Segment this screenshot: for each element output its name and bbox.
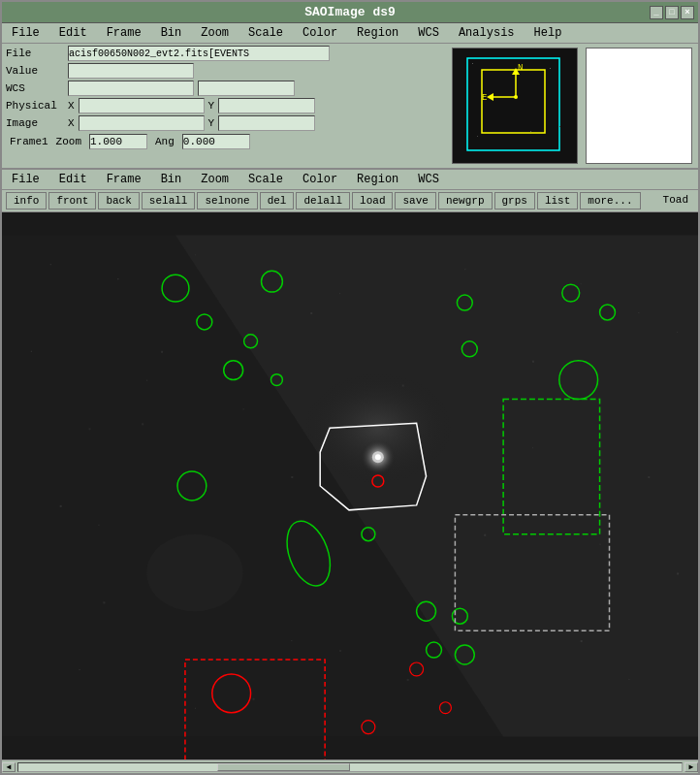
menu-bar-2: File Edit Frame Bin Zoom Scale Color Reg… — [2, 169, 698, 190]
selall-button[interactable]: selall — [142, 192, 196, 210]
menu-bar-1: File Edit Frame Bin Zoom Scale Color Reg… — [2, 23, 698, 44]
zoom-label: Zoom — [56, 136, 81, 147]
close-button[interactable]: × — [681, 6, 694, 19]
menu-edit-2[interactable]: Edit — [53, 172, 93, 187]
frame-label: Frame1 — [10, 136, 48, 147]
save-button[interactable]: save — [395, 192, 435, 210]
menu-zoom-2[interactable]: Zoom — [195, 172, 235, 187]
svg-rect-35 — [195, 708, 196, 709]
svg-rect-12 — [530, 131, 531, 132]
svg-rect-73 — [648, 476, 650, 478]
scroll-thumb[interactable] — [217, 763, 350, 771]
front-button[interactable]: front — [48, 192, 96, 210]
menu-scale-1[interactable]: Scale — [242, 25, 289, 41]
menu-bin-1[interactable]: Bin — [155, 25, 188, 41]
svg-rect-10 — [472, 63, 473, 64]
image-label: Image — [6, 117, 64, 129]
menu-edit-1[interactable]: Edit — [53, 25, 93, 41]
menu-frame-2[interactable]: Frame — [101, 172, 147, 187]
value-input[interactable] — [68, 63, 194, 79]
main-window: SAOImage ds9 _ □ × File Edit Frame Bin Z… — [0, 0, 700, 775]
svg-rect-70 — [310, 312, 312, 314]
menu-color-1[interactable]: Color — [297, 25, 343, 41]
preview-box — [586, 48, 692, 164]
value-row: Value — [6, 63, 446, 79]
main-canvas[interactable] — [2, 212, 698, 759]
back-button[interactable]: back — [98, 192, 139, 210]
svg-rect-69 — [60, 505, 62, 507]
scroll-track[interactable] — [17, 762, 683, 772]
svg-rect-72 — [142, 423, 143, 425]
scroll-right-button[interactable]: ▶ — [684, 762, 698, 772]
minimize-button[interactable]: _ — [650, 6, 663, 19]
menu-wcs-2[interactable]: WCS — [412, 172, 445, 187]
svg-rect-79 — [89, 428, 91, 430]
scroll-left-button[interactable]: ◀ — [2, 762, 16, 772]
physical-row: Physical X Y — [6, 98, 446, 113]
svg-rect-32 — [291, 640, 292, 641]
svg-rect-75 — [103, 601, 105, 603]
horizontal-scrollbar[interactable]: ◀ ▶ — [2, 759, 698, 773]
newgrp-button[interactable]: newgrp — [438, 192, 493, 210]
list-button[interactable]: list — [537, 192, 578, 210]
svg-rect-13 — [477, 136, 478, 137]
image-y-input[interactable] — [218, 115, 315, 131]
ang-input[interactable] — [182, 134, 250, 149]
delall-button[interactable]: delall — [296, 192, 350, 210]
menu-wcs-1[interactable]: WCS — [412, 25, 445, 41]
file-label: File — [6, 48, 64, 59]
svg-text:E: E — [482, 93, 487, 103]
svg-point-9 — [514, 95, 518, 99]
region-toolbar: info front back selall selnone del delal… — [2, 190, 698, 212]
physical-y-input[interactable] — [218, 98, 315, 113]
physical-x-input[interactable] — [79, 98, 205, 113]
file-value-input[interactable] — [68, 46, 330, 61]
info-button[interactable]: info — [6, 192, 47, 210]
menu-bin-2[interactable]: Bin — [155, 172, 188, 187]
svg-point-38 — [146, 534, 242, 612]
svg-rect-77 — [253, 698, 255, 700]
svg-rect-29 — [98, 525, 99, 526]
image-canvas — [2, 212, 698, 759]
svg-rect-11 — [550, 68, 551, 69]
svg-text:N: N — [518, 63, 523, 73]
maximize-button[interactable]: □ — [665, 6, 679, 19]
menu-help-1[interactable]: Help — [528, 25, 568, 41]
menu-file-2[interactable]: File — [6, 172, 46, 187]
wcs-row: WCS — [6, 81, 446, 96]
wcs-input-1[interactable] — [68, 81, 194, 96]
image-y-label: Y — [208, 117, 215, 129]
del-button[interactable]: del — [260, 192, 295, 210]
selnone-button[interactable]: selnone — [197, 192, 257, 210]
menu-file-1[interactable]: File — [6, 25, 46, 41]
ang-label: Ang — [155, 136, 175, 147]
menu-scale-2[interactable]: Scale — [242, 172, 289, 187]
info-panel: File Value WCS Physical X Y — [2, 44, 698, 169]
svg-rect-17 — [117, 278, 118, 279]
menu-region-1[interactable]: Region — [351, 25, 404, 41]
svg-rect-16 — [50, 264, 51, 265]
svg-rect-71 — [484, 534, 486, 536]
menu-color-2[interactable]: Color — [297, 172, 343, 187]
svg-rect-24 — [146, 380, 147, 381]
toad-label: Toad — [657, 192, 694, 210]
frame-zoom-row: Frame1 Zoom Ang — [6, 133, 446, 150]
svg-rect-81 — [402, 385, 404, 387]
physical-label: Physical — [6, 100, 64, 112]
svg-rect-80 — [161, 351, 163, 353]
menu-analysis-1[interactable]: Analysis — [453, 25, 521, 41]
value-label: Value — [6, 65, 64, 77]
menu-frame-1[interactable]: Frame — [101, 25, 147, 41]
image-x-input[interactable] — [79, 115, 205, 131]
menu-zoom-1[interactable]: Zoom — [195, 25, 235, 41]
svg-rect-74 — [407, 679, 409, 681]
grps-button[interactable]: grps — [494, 192, 535, 210]
menu-region-2[interactable]: Region — [351, 172, 404, 187]
more-button[interactable]: more... — [580, 192, 640, 210]
svg-rect-23 — [31, 351, 32, 352]
zoom-input[interactable] — [89, 134, 147, 149]
wcs-input-2[interactable] — [198, 81, 295, 96]
load-button[interactable]: load — [352, 192, 393, 210]
image-x-label: X — [68, 117, 75, 129]
physical-y-label: Y — [208, 100, 215, 112]
